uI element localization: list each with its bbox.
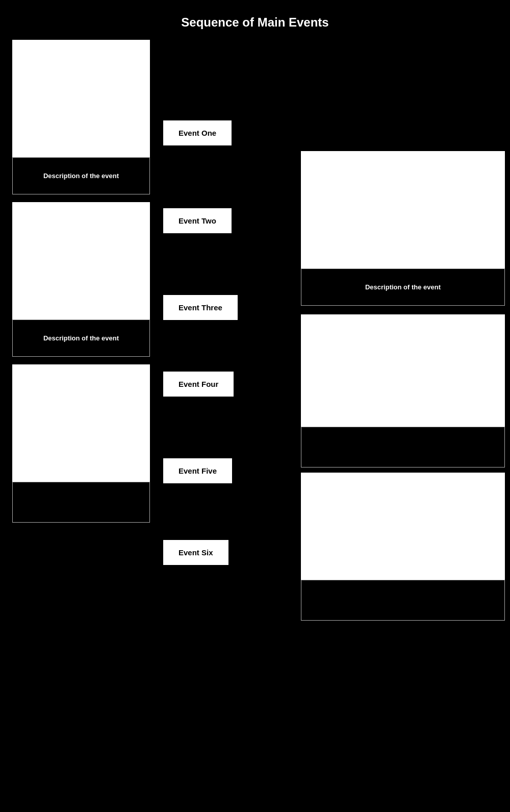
right-desc-3 — [301, 580, 505, 621]
left-image-1 — [12, 40, 150, 157]
event-three-label: Event Three — [163, 295, 238, 320]
event-two-label: Event Two — [163, 208, 232, 233]
left-image-2 — [12, 202, 150, 319]
left-desc-2: Description of the event — [12, 319, 150, 357]
right-image-2 — [301, 314, 505, 427]
event-four-label: Event Four — [163, 372, 234, 397]
event-one-label: Event One — [163, 120, 232, 145]
left-desc-1: Description of the event — [12, 157, 150, 194]
page-title: Sequence of Main Events — [0, 0, 510, 40]
event-five-label: Event Five — [163, 458, 232, 483]
right-image-1 — [301, 151, 505, 268]
left-image-3 — [12, 364, 150, 482]
right-desc-1: Description of the event — [301, 268, 505, 306]
left-desc-3 — [12, 482, 150, 523]
event-six-label: Event Six — [163, 540, 228, 565]
right-image-3 — [301, 473, 505, 580]
right-desc-2 — [301, 427, 505, 467]
